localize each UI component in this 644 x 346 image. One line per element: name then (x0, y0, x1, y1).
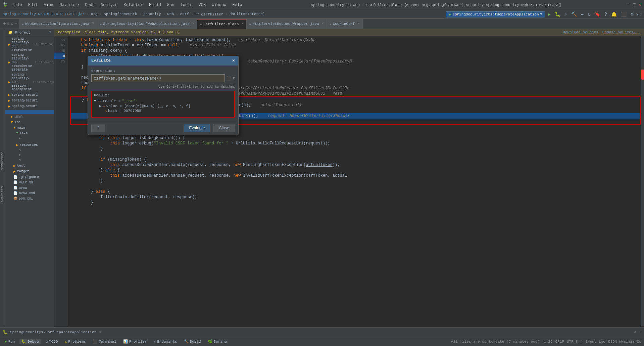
back-btn[interactable]: ↩ (580, 11, 585, 18)
sidebar-mvnw-cmd[interactable]: 📄 mvnw.cmd (5, 190, 54, 196)
expand-input-icon[interactable]: ⬛ (226, 76, 231, 81)
sidebar-s1[interactable]: s (5, 148, 54, 153)
notification-btn[interactable]: 🔔 (610, 11, 618, 18)
project-arrow[interactable]: ▼ (49, 31, 51, 34)
event-log[interactable]: Event Log (586, 340, 605, 344)
breadcrumb-csrffilter[interactable]: 🛡 CsrfFilter (195, 12, 224, 16)
sidebar-class-c[interactable]: c (5, 135, 54, 140)
menu-view[interactable]: View (41, 2, 56, 8)
tab-close-springsecurity-app[interactable]: × (192, 22, 194, 26)
menu-tools[interactable]: Tools (178, 2, 195, 8)
menu-navigate[interactable]: Navigate (57, 2, 82, 8)
line-ending[interactable]: CRLF (555, 340, 564, 344)
debug-minus-icon[interactable]: − (639, 330, 641, 334)
structure-label[interactable]: Structure (0, 150, 5, 171)
sidebar-mvnw[interactable]: 📄 mvnw (5, 185, 54, 190)
problems-tab-btn[interactable]: ⚠ Problems (62, 339, 88, 344)
help-btn2[interactable]: ? (603, 11, 608, 18)
favorites-label[interactable]: Favorites (0, 185, 5, 206)
tab-split-icon[interactable]: ⚙ (11, 21, 13, 26)
sidebar-java[interactable]: ▼ java (5, 130, 54, 135)
help-question-btn[interactable]: ? (91, 124, 105, 132)
sidebar-help[interactable]: 📄 HELP.md (5, 180, 54, 185)
coverage-btn[interactable]: ⚡ (563, 11, 568, 18)
scrollbar-area[interactable] (641, 36, 644, 326)
breadcrumb-csrf[interactable]: csrf (180, 12, 189, 16)
menu-analyze[interactable]: Analyze (98, 2, 120, 8)
indent-size[interactable]: 4 (581, 340, 583, 344)
spring-tab-btn[interactable]: 🌿 Spring (206, 339, 229, 344)
debug-gear-icon[interactable]: ⚙ (634, 330, 637, 334)
menu-file[interactable]: File (10, 2, 25, 8)
run-tab-btn[interactable]: ▶ Run (3, 339, 17, 344)
breadcrumb-springframework[interactable]: springframework (104, 12, 137, 16)
minimize-btn[interactable]: ─ (628, 2, 630, 8)
debug-tab-btn[interactable]: 🐛 Debug (19, 339, 41, 344)
tab-httpservlet[interactable]: ☕ HttpServletRequestWrapper.java × (247, 19, 327, 29)
expand-btn[interactable]: ⇲ (636, 12, 639, 16)
tree-arrow-root[interactable]: ▼ (94, 99, 96, 103)
build-btn[interactable]: 🔨 (570, 11, 578, 18)
tab-close-httpservlet[interactable]: × (322, 22, 324, 26)
tab-close-websecurity[interactable]: × (92, 22, 94, 26)
tab-nav-icon[interactable]: ⊕ (3, 21, 6, 26)
sidebar-item-securi1[interactable]: ▶ spring-securi (5, 92, 54, 98)
sidebar-gitignore[interactable]: 📄 .gitignore (5, 174, 54, 180)
endpoints-tab-btn[interactable]: ⚡ Endpoints (152, 339, 179, 344)
debug-btn[interactable]: 🐛 (553, 11, 562, 18)
sidebar-item-securi3[interactable]: ▶ spring-securi (5, 103, 54, 109)
tab-close-csrffilter[interactable]: × (242, 22, 244, 26)
breadcrumb-jar[interactable]: spring-security-web-5.3.6.RELEASE.jar (3, 12, 85, 16)
window-controls[interactable]: ─ □ × (628, 2, 641, 8)
tab-csrffilter[interactable]: ☕ CsrfFilter.class × (197, 19, 247, 29)
close-btn[interactable]: × (639, 2, 641, 8)
sidebar-t1[interactable]: t (5, 153, 54, 158)
menu-edit[interactable]: Edit (26, 2, 41, 8)
sidebar-test[interactable]: ▶ test (5, 163, 54, 169)
profiler-tab-btn[interactable]: 📊 Profiler (121, 339, 149, 344)
sidebar-item-session[interactable]: ▶ spring-security-10-session-management … (5, 72, 54, 92)
todo-tab-btn[interactable]: ☑ TODO (43, 339, 60, 344)
evaluate-button[interactable]: Evaluate (184, 124, 211, 132)
restore-btn[interactable]: □ (640, 12, 642, 16)
sidebar-resources[interactable]: ▶ resources (5, 142, 54, 148)
run-btn[interactable]: ▶ (546, 11, 552, 18)
tab-minus-icon[interactable]: ─ (15, 21, 17, 26)
choose-sources-link[interactable]: Choose Sources... (602, 30, 640, 34)
maximize-btn[interactable]: □ (633, 2, 636, 8)
tab-springsecurity-app[interactable]: ☕ SpringSecurity12CsrfWebApplication.jav… (97, 19, 197, 29)
menu-help[interactable]: Help (230, 2, 245, 8)
sidebar-item-rememberme[interactable]: ▶ spring-security-08-rememberme E:\IdeaP… (5, 36, 54, 52)
breadcrumb-dofilterinternal[interactable]: doFilterInternal (230, 12, 265, 16)
sync-btn[interactable]: ↻ (586, 11, 592, 18)
menu-code[interactable]: Code (82, 2, 97, 8)
menu-refactor[interactable]: Refactor (121, 2, 146, 8)
tab-cookiecsrf[interactable]: ☕ CookieCsrf × (327, 19, 363, 29)
tab-close-cookiecsrf[interactable]: × (358, 22, 360, 26)
menu-build[interactable]: Build (146, 2, 164, 8)
sidebar-target[interactable]: ▶ target (5, 169, 54, 174)
tree-arrow-value[interactable]: ▶ (99, 104, 102, 108)
project-header[interactable]: 📁 Project ▼ (5, 29, 54, 36)
breadcrumb-security[interactable]: security (143, 12, 161, 16)
debug-close-icon[interactable]: × (99, 330, 101, 334)
sidebar-item-securi2[interactable]: ▶ spring-securi (5, 98, 54, 103)
close-button[interactable]: Close (213, 124, 235, 132)
dialog-close-icon[interactable]: × (232, 58, 235, 63)
sidebar-src[interactable]: ▼ src (5, 120, 54, 125)
tab-websecurity[interactable]: ☕ WebSecurityConfiguration.java × (19, 19, 97, 29)
sidebar-item-rememberme-sep[interactable]: ▶ spring-security-09-rememberme-separate… (5, 52, 54, 72)
breadcrumb-web[interactable]: web (167, 12, 174, 16)
sidebar-s2[interactable]: s (5, 158, 54, 163)
dropdown-arrow-icon[interactable]: ▼ (540, 13, 542, 16)
stop-btn[interactable]: ⬛ (620, 11, 628, 18)
sidebar-mvn[interactable]: ▶ .mvn (5, 114, 54, 120)
menu-run[interactable]: Run (164, 2, 177, 8)
download-sources-link[interactable]: Download Sources (563, 30, 598, 34)
bookmark-btn[interactable]: 🔖 (593, 11, 602, 18)
run-config-selector[interactable]: ▶ SpringSecurity12CsrfSeparateApplicatio… (446, 11, 545, 17)
menu-window[interactable]: Window (209, 2, 229, 8)
sidebar-pom[interactable]: 📦 pom.xml (5, 196, 54, 201)
breadcrumb-org[interactable]: org (91, 12, 98, 16)
build-tab-btn[interactable]: 🔨 Build (182, 339, 203, 344)
